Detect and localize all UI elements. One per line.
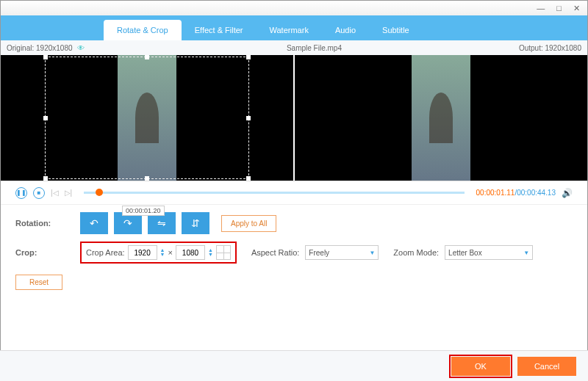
tab-audio[interactable]: Audio xyxy=(322,20,369,40)
tab-effect-filter[interactable]: Effect & Filter xyxy=(182,20,257,40)
apply-to-all-button[interactable]: Apply to All xyxy=(221,215,276,232)
prev-frame-button[interactable]: |◁ xyxy=(51,189,59,197)
ok-button[interactable]: OK xyxy=(451,357,510,376)
pause-button[interactable]: ❚❚ xyxy=(15,187,27,199)
crop-handle-tl[interactable] xyxy=(43,55,48,59)
crop-handle-l[interactable] xyxy=(43,116,48,120)
seek-slider[interactable] xyxy=(84,192,464,194)
cancel-button[interactable]: Cancel xyxy=(517,357,576,376)
tab-rotate-crop[interactable]: Rotate & Crop xyxy=(104,20,182,40)
source-preview[interactable] xyxy=(1,55,293,181)
preview-row xyxy=(1,55,587,181)
zoom-mode-label: Zoom Mode: xyxy=(393,248,439,257)
crop-height-input[interactable] xyxy=(176,245,205,260)
tab-watermark[interactable]: Watermark xyxy=(257,20,322,40)
eye-icon[interactable]: 👁 xyxy=(77,44,85,52)
output-resolution-label: Output: 1920x1080 xyxy=(519,44,581,52)
crop-handle-b[interactable] xyxy=(145,176,149,181)
zoom-mode-value: Letter Box xyxy=(448,249,482,257)
tab-bar: Rotate & Crop Effect & Filter Watermark … xyxy=(1,15,587,40)
crop-handle-tr[interactable] xyxy=(246,55,251,59)
footer: OK Cancel xyxy=(0,350,588,381)
chevron-down-icon: ▼ xyxy=(369,250,375,256)
seek-thumb[interactable] xyxy=(96,189,103,196)
crop-width-input[interactable] xyxy=(128,245,157,260)
aspect-ratio-select[interactable]: Freely ▼ xyxy=(305,245,379,260)
rotate-left-button[interactable]: ↶ xyxy=(80,212,108,234)
chevron-down-icon: ▼ xyxy=(523,250,529,256)
maximize-button[interactable]: □ xyxy=(553,4,564,12)
flip-vertical-button[interactable]: ⇵ xyxy=(182,212,209,234)
crop-width-spinner[interactable]: ▲▼ xyxy=(160,248,165,257)
aspect-ratio-value: Freely xyxy=(309,249,329,257)
minimize-button[interactable]: — xyxy=(534,4,548,12)
info-bar: Original: 1920x1080 👁 Sample File.mp4 Ou… xyxy=(1,40,587,55)
tab-subtitle[interactable]: Subtitle xyxy=(369,20,423,40)
original-resolution-label: Original: 1920x1080 xyxy=(7,44,73,52)
zoom-mode-select[interactable]: Letter Box ▼ xyxy=(445,245,533,260)
times-symbol: × xyxy=(168,248,173,257)
crop-position-button[interactable] xyxy=(216,245,231,260)
close-button[interactable]: ✕ xyxy=(570,4,583,13)
filename-label: Sample File.mp4 xyxy=(110,44,519,52)
seek-tooltip: 00:00:01.20 xyxy=(122,206,165,216)
crop-label: Crop: xyxy=(15,248,74,257)
crop-area-label: Crop Area: xyxy=(86,248,125,257)
duration-time: /00:00:44.13 xyxy=(514,189,556,197)
output-preview xyxy=(293,55,587,181)
aspect-ratio-label: Aspect Ratio: xyxy=(251,248,299,257)
timecode: 00:00:01.11/00:00:44.13 xyxy=(476,189,556,197)
crop-handle-t[interactable] xyxy=(145,55,149,59)
video-thumbnail xyxy=(412,55,470,181)
rotation-label: Rotation: xyxy=(15,219,74,228)
playback-controls: ❚❚ ■ |◁ ▷| 00:00:01.11/00:00:44.13 🔊 xyxy=(1,181,587,205)
next-frame-button[interactable]: ▷| xyxy=(65,189,73,197)
crop-handle-br[interactable] xyxy=(246,176,251,181)
title-bar: — □ ✕ xyxy=(1,1,587,15)
crop-rectangle[interactable] xyxy=(45,57,249,179)
crop-area-group: Crop Area: ▲▼ × ▲▼ xyxy=(80,242,237,264)
crop-handle-r[interactable] xyxy=(246,116,251,120)
settings-panel: Rotation: ↶ ↷ ⇋ ⇵ Apply to All Crop: Cro… xyxy=(1,205,587,308)
stop-button[interactable]: ■ xyxy=(33,187,45,199)
crop-height-spinner[interactable]: ▲▼ xyxy=(208,248,213,257)
volume-icon[interactable]: 🔊 xyxy=(562,188,573,198)
crop-handle-bl[interactable] xyxy=(43,176,48,181)
current-time: 00:00:01.11 xyxy=(476,189,515,197)
reset-button[interactable]: Reset xyxy=(15,275,62,290)
